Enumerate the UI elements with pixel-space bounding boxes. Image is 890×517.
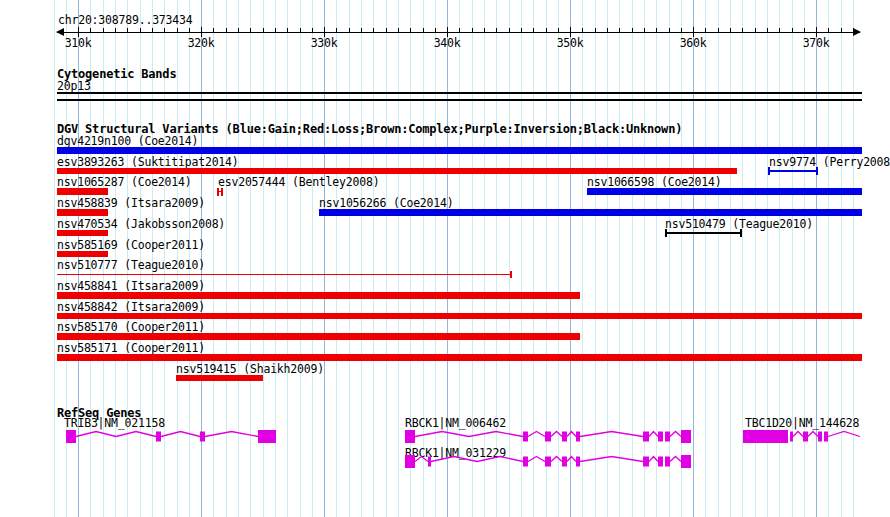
ruler-axis-line [57,32,860,33]
gene-exon [523,432,528,442]
gridline-minor [681,0,682,517]
variant-label: nsv510777 (Teague2010) [57,260,205,271]
ruler-tick-label: 370k [803,38,830,49]
gridline-minor [435,0,436,517]
ruler-minor-tick [828,28,829,32]
ruler-minor-tick [373,28,374,32]
gridline-minor [779,0,780,517]
ruler-minor-tick [177,28,178,32]
gene-exon [824,432,828,442]
ruler-minor-tick [361,28,362,32]
ruler-minor-tick [312,28,313,32]
variant-bar[interactable] [57,230,108,237]
gene-label: TBC1D20|NM_144628 [745,418,859,429]
ruler-minor-tick [189,28,190,32]
gridline-minor [841,0,842,517]
variant-label: nsv458842 (Itsara2009) [57,302,205,313]
ruler-minor-tick [705,28,706,32]
ruler-minor-tick [853,28,854,32]
ruler-minor-tick [213,28,214,32]
gene-model[interactable] [66,430,276,443]
gridline-minor [238,0,239,517]
gridline-minor [730,0,731,517]
gridline-minor [287,0,288,517]
variant-label: nsv519415 (Shaikh2009) [176,364,324,375]
ruler-minor-tick [103,28,104,32]
ruler-minor-tick [115,28,116,32]
gridline-minor [349,0,350,517]
variant-bracket-line[interactable] [665,232,742,234]
ruler-minor-tick [804,28,805,32]
cytoband-track-line-top [57,92,862,94]
variant-bar[interactable] [57,354,862,361]
ruler-minor-tick [349,28,350,32]
ruler-minor-tick [250,28,251,32]
ruler-minor-tick [509,28,510,32]
gridline-minor [718,0,719,517]
ruler-minor-tick [459,28,460,32]
gene-exon [562,457,567,467]
gridline-minor [828,0,829,517]
ruler-tick-label: 310k [65,38,92,49]
ruler-minor-tick [336,28,337,32]
variant-bar[interactable] [57,168,737,175]
ruler-minor-tick [263,28,264,32]
variant-label: nsv470534 (Jakobsson2008) [57,219,225,230]
gridline-minor [607,0,608,517]
gridline-minor [582,0,583,517]
gridline-minor [484,0,485,517]
variant-label: esv2057444 (Bentley2008) [218,177,379,188]
ruler-minor-tick [275,28,276,32]
gridline-minor [632,0,633,517]
ruler-minor-tick [484,28,485,32]
gridline-minor [496,0,497,517]
cytoband-track-line-bottom [57,99,862,101]
locus-label: chr20:308789..373434 [58,15,192,26]
ruler-minor-tick [681,28,682,32]
ruler-minor-tick [226,28,227,32]
gridline-minor [472,0,473,517]
gene-exon [818,432,822,442]
gridline-minor [509,0,510,517]
gene-exon [156,432,161,442]
variant-bar[interactable] [587,188,862,195]
gridline-minor [54,0,55,517]
ruler-minor-tick [742,28,743,32]
ruler-minor-tick [669,28,670,32]
ruler-minor-tick [127,28,128,32]
variant-label: nsv1065287 (Coe2014) [57,177,191,188]
gridline-minor [410,0,411,517]
variant-bracket-line[interactable] [768,170,818,172]
variant-bar[interactable] [57,147,862,154]
variant-bar[interactable] [57,209,108,216]
ruler-left-arrow-icon [56,28,64,36]
variant-label: nsv585169 (Cooper2011) [57,240,205,251]
gene-exon [658,432,663,442]
ruler-minor-tick [582,28,583,32]
variant-bar[interactable] [57,333,580,340]
gene-model[interactable] [743,430,860,443]
variant-bar[interactable] [57,313,862,320]
variant-label: nsv1066598 (Coe2014) [587,177,721,188]
variant-bracket-right-tick [221,188,223,196]
gene-label: RBCK1|NM_031229 [405,448,506,459]
variant-bar[interactable] [57,251,108,258]
ruler-minor-tick [287,28,288,32]
variant-label: nsv1056266 (Coe2014) [319,198,453,209]
variant-bar[interactable] [319,209,862,216]
ruler-minor-tick [841,28,842,32]
variant-thin-line[interactable] [57,274,511,275]
variant-bar[interactable] [57,292,580,299]
gridline-major [570,0,571,517]
gridline-major [447,0,448,517]
variant-label: esv3893263 (Suktitipat2014) [57,157,239,168]
gridline-major [324,0,325,517]
variant-label: nsv510479 (Teague2010) [665,219,813,230]
ruler-minor-tick [779,28,780,32]
gridline-minor [423,0,424,517]
variant-label: nsv585171 (Cooper2011) [57,343,205,354]
variant-bar[interactable] [176,375,263,382]
ruler-minor-tick [496,28,497,32]
variant-bar[interactable] [57,188,108,195]
variant-label: nsv458841 (Itsara2009) [57,281,205,292]
